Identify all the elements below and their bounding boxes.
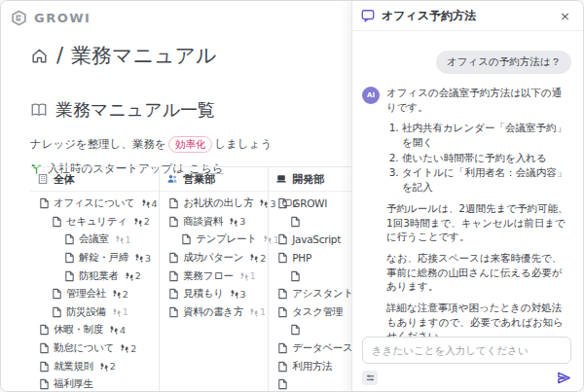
- tree-item[interactable]: 見積もり3: [160, 285, 268, 303]
- doc-icon: [277, 361, 288, 373]
- tree-item[interactable]: 休暇・制度4: [30, 321, 159, 339]
- ai-step: 社内共有カレンダー「会議室予約」を開く: [402, 121, 571, 149]
- page-title: 業務マニュアル: [71, 42, 216, 69]
- seen-users-count: 2: [249, 253, 266, 264]
- send-icon: [557, 371, 571, 385]
- app-logo-text[interactable]: GROWI: [34, 11, 91, 25]
- column-zentai: 全体 オフィスについて4セキュリティ2会議室1解錠・戸締3防犯業者2管理会社2防…: [30, 167, 159, 392]
- tree-item[interactable]: 勤怠について2: [30, 339, 159, 358]
- column-header-label: 開発部: [292, 172, 324, 187]
- seen-users-count: 1: [115, 234, 131, 245]
- doc-icon: [39, 378, 50, 390]
- tree-item-label: 防災設備: [66, 305, 106, 319]
- tree-item[interactable]: 利用方法: [269, 357, 353, 375]
- chat-footer-row: [362, 371, 571, 385]
- seen-users-count: 2: [133, 216, 150, 227]
- seen-users-count: 2: [125, 270, 141, 281]
- seen-users-count: 2: [120, 343, 136, 354]
- tree-item[interactable]: [269, 375, 353, 392]
- tree-item[interactable]: 会議室1: [30, 231, 159, 249]
- doc-icon: [168, 288, 179, 300]
- seen-users-count: 3: [230, 289, 246, 300]
- doc-icon: [168, 252, 179, 264]
- column-header-label: 全体: [54, 172, 75, 187]
- tree-item-label: 就業規則: [54, 360, 93, 374]
- column-header: 全体: [30, 167, 159, 192]
- column-header: 開発部: [269, 167, 353, 192]
- intro-text-pre: ナレッジを整理し、業務を: [30, 137, 166, 151]
- tree-item-label: タスク管理: [292, 305, 343, 319]
- tree-item[interactable]: セキュリティ2: [30, 213, 159, 232]
- doc-icon: [39, 361, 50, 373]
- chat-header: オフィス予約方法 ×: [352, 1, 583, 31]
- user-message-bubble: オフィスの予約方法は？: [436, 51, 571, 74]
- tree-item-label: お礼状の出し方: [183, 196, 253, 210]
- tree-item-label: 見積もり: [183, 287, 223, 301]
- building-icon: [37, 173, 49, 185]
- seen-users-count: 3: [229, 216, 245, 227]
- tree-item[interactable]: オフィスについて4: [30, 195, 159, 213]
- tree-item[interactable]: 管理会社2: [30, 285, 159, 303]
- tree-item[interactable]: [269, 321, 353, 339]
- breadcrumb[interactable]: / 業務マニュアル: [30, 42, 353, 69]
- tree-item-label: 解錠・戸締: [79, 251, 128, 265]
- tree-item[interactable]: 福利厚生: [30, 375, 159, 392]
- chat-bubble-icon: [361, 9, 375, 22]
- intro-line: ナレッジを整理し、業務を効率化しましょう: [30, 136, 353, 153]
- tree-item-label: アシスタント: [292, 287, 353, 301]
- doc-icon: [52, 306, 62, 318]
- ai-message: オフィスの会議室予約方法は以下の通りです。 社内共有カレンダー「会議室予約」を開…: [386, 86, 571, 337]
- tree-item[interactable]: タスク管理: [269, 303, 353, 322]
- tree-item[interactable]: データベース: [269, 339, 353, 358]
- doc-icon: [181, 233, 192, 245]
- tree-item[interactable]: お礼状の出し方32: [160, 195, 268, 213]
- doc-icon: [290, 324, 301, 336]
- tree-item[interactable]: [269, 267, 353, 285]
- tree-item[interactable]: テンプレート1: [160, 231, 268, 249]
- home-icon: [30, 47, 49, 65]
- tree-item-label: 利用方法: [292, 360, 332, 374]
- tree-item[interactable]: PHP: [269, 249, 353, 267]
- doc-icon: [64, 233, 75, 245]
- tree-item[interactable]: アシスタント: [269, 285, 353, 303]
- tree-item-label: JavaScript: [292, 233, 341, 245]
- chat-input[interactable]: [362, 337, 571, 364]
- send-button[interactable]: [557, 371, 571, 385]
- manual-tree-table: 全体 オフィスについて4セキュリティ2会議室1解錠・戸締3防犯業者2管理会社2防…: [30, 166, 353, 392]
- tree-item[interactable]: JavaScript: [269, 231, 353, 249]
- app-header: GROWI: [1, 1, 353, 26]
- tree-item[interactable]: [269, 213, 353, 232]
- tree-item[interactable]: 解錠・戸締3: [30, 249, 159, 267]
- growi-logo-icon[interactable]: [11, 10, 27, 26]
- tree-item-label: 業務フロー: [183, 269, 234, 283]
- chat-footer: [352, 337, 583, 392]
- tree-item[interactable]: 防災設備1: [30, 303, 159, 322]
- tree-item[interactable]: 業務フロー1: [160, 267, 268, 285]
- ai-chat-panel: オフィス予約方法 × オフィスの予約方法は？ AI オフィスの会議室予約方法は以…: [351, 1, 583, 392]
- chat-messages: オフィスの予約方法は？ AI オフィスの会議室予約方法は以下の通りです。 社内共…: [352, 31, 583, 337]
- tree-item[interactable]: GROWI: [269, 195, 353, 213]
- tree-item[interactable]: 資料の書き方1: [160, 303, 268, 322]
- tree-item[interactable]: 商談資料3: [160, 213, 268, 232]
- tree-item[interactable]: 成功パターン2: [160, 249, 268, 267]
- column-eigyobu: 営業部 お礼状の出し方32商談資料3テンプレート1成功パターン2業務フロー1見積…: [159, 167, 268, 392]
- ai-paragraph: オフィスの会議室予約方法は以下の通りです。: [386, 86, 571, 114]
- seen-users-count: 2: [112, 289, 128, 300]
- ai-step: 使いたい時間帯に予約を入れる: [402, 151, 571, 165]
- laptop-icon: [275, 173, 287, 185]
- doc-icon: [277, 288, 288, 300]
- doc-icon: [290, 216, 301, 228]
- input-options-icon[interactable]: [362, 371, 378, 385]
- section-heading-text: 業務マニュアル一覧: [55, 98, 215, 122]
- efficiency-badge: 効率化: [168, 136, 213, 153]
- ai-message-row: AI オフィスの会議室予約方法は以下の通りです。 社内共有カレンダー「会議室予約…: [362, 86, 571, 337]
- app-window: GROWI / 業務マニュアル 業務マニュアル一覧 ナレッジを整理し、業務を効率…: [0, 0, 584, 392]
- tree-item[interactable]: 就業規則2: [30, 357, 159, 375]
- tree-item-label: 資料の書き方: [183, 305, 243, 319]
- doc-icon: [290, 270, 301, 282]
- doc-icon: [168, 216, 179, 228]
- close-icon[interactable]: ×: [557, 8, 573, 24]
- tree-item[interactable]: 防犯業者2: [30, 267, 159, 285]
- doc-icon: [64, 270, 75, 282]
- seen-users-count: 1: [249, 306, 266, 317]
